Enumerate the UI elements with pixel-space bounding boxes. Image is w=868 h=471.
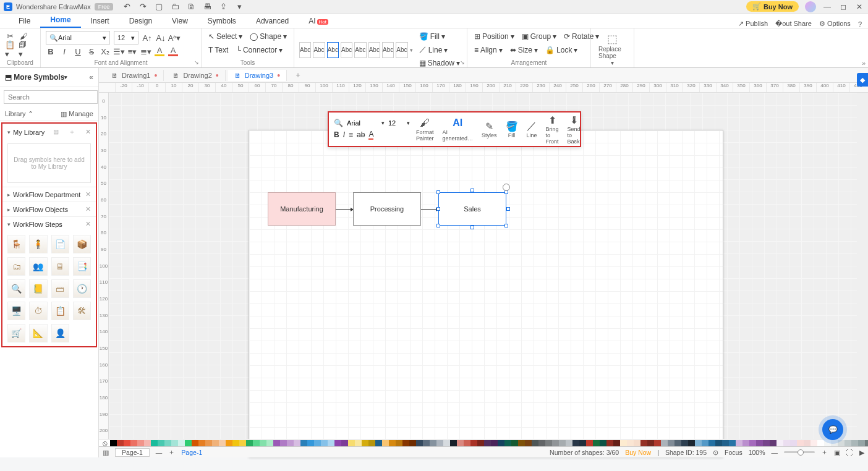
toolbar-more-icon[interactable]: ▸ (574, 138, 577, 144)
my-library-category[interactable]: ▾My Library ⊞ ＋ ✕ (2, 124, 96, 140)
color-swatch[interactable] (627, 440, 634, 446)
color-swatch[interactable] (246, 440, 253, 446)
menu-advanced[interactable]: Advanced (246, 14, 299, 28)
color-swatch[interactable] (484, 440, 491, 446)
symbol-item[interactable]: 🪑 (7, 235, 25, 253)
color-swatch[interactable] (579, 440, 586, 446)
color-swatch[interactable] (865, 440, 868, 446)
color-swatch[interactable] (858, 440, 865, 446)
color-swatch[interactable] (402, 440, 409, 446)
maximize-icon[interactable]: ◻ (838, 2, 848, 11)
symbol-item[interactable]: 🛠 (73, 302, 91, 320)
symbol-item[interactable]: 📐 (29, 324, 47, 342)
bold-icon[interactable]: B (46, 46, 56, 56)
symbol-item[interactable]: 🗂 (7, 257, 25, 276)
drag-drop-zone[interactable]: Drag symbols here to add to My Library (7, 143, 91, 183)
color-swatch[interactable] (532, 440, 538, 446)
fit-page-icon[interactable]: ▣ (834, 449, 840, 456)
share-button[interactable]: �out Share (775, 20, 812, 28)
font-dialog-launcher-icon[interactable]: ↘ (194, 59, 199, 66)
increase-font-icon[interactable]: A↑ (142, 33, 152, 43)
open-icon[interactable]: 🗀 (170, 2, 180, 12)
group-button[interactable]: ▣ Group▾ (520, 31, 558, 42)
menu-insert[interactable]: Insert (81, 14, 119, 28)
color-swatch[interactable] (504, 440, 511, 446)
italic-icon[interactable]: I (59, 46, 69, 56)
menu-file[interactable]: File (9, 14, 40, 28)
format-painter-button[interactable]: 🖌Format Painter (414, 117, 436, 142)
buy-now-button[interactable]: 🛒Buy Now (746, 1, 799, 12)
color-swatch[interactable] (464, 440, 470, 446)
copy-icon[interactable]: 🗐▾ (19, 45, 28, 54)
color-swatch[interactable] (647, 440, 654, 446)
color-swatch[interactable] (729, 440, 736, 446)
fill-button[interactable]: 🪣 Fill▾ (417, 31, 462, 42)
symbol-item[interactable]: 📑 (73, 257, 91, 276)
symbol-item[interactable]: 📄 (51, 235, 69, 253)
color-swatch[interactable] (314, 440, 321, 446)
print-icon[interactable]: 🖶 (202, 2, 212, 12)
color-swatch[interactable] (552, 440, 559, 446)
symbol-item[interactable]: 🖥 (51, 257, 69, 276)
color-swatch[interactable] (239, 440, 246, 446)
color-swatch[interactable] (654, 440, 661, 446)
color-swatch[interactable] (811, 440, 817, 446)
color-swatch[interactable] (518, 440, 525, 446)
symbol-item[interactable]: 🖥️ (7, 302, 25, 320)
color-swatch[interactable] (817, 440, 824, 446)
style-preset-2[interactable]: Abc (313, 42, 325, 58)
no-fill-icon[interactable]: ⦸ (103, 439, 108, 446)
symbol-item[interactable]: 👥 (29, 257, 47, 276)
color-swatch[interactable] (430, 440, 436, 446)
mylib-expand-icon[interactable]: ⊞ (53, 128, 59, 136)
page-layout-icon[interactable]: ▥ (103, 449, 109, 456)
color-swatch[interactable] (185, 440, 192, 446)
undo-icon[interactable]: ↶ (122, 2, 132, 12)
color-swatch[interactable] (708, 440, 715, 446)
focus-label[interactable]: Focus (725, 449, 742, 456)
strike-icon[interactable]: ab (357, 130, 365, 139)
connector-1[interactable] (336, 209, 353, 210)
color-swatch[interactable] (348, 440, 355, 446)
selection-handle[interactable] (504, 224, 508, 227)
color-swatch[interactable] (491, 440, 498, 446)
align-icon[interactable]: ≡ (349, 130, 353, 139)
add-page-icon[interactable]: ＋ (168, 448, 175, 457)
position-button[interactable]: ⊞ Position▾ (472, 31, 516, 42)
symbol-item[interactable]: 🕐 (73, 279, 91, 298)
color-swatch[interactable] (600, 440, 606, 446)
color-swatch[interactable] (538, 440, 545, 446)
shape-tool[interactable]: ◯ Shape▾ (248, 31, 289, 42)
fill-button[interactable]: 🪣Fill (503, 120, 521, 138)
category-workflow-objects[interactable]: ▸WorkFlow Objects✕ (2, 202, 96, 216)
zoom-slider[interactable] (784, 451, 815, 453)
qat-more-icon[interactable]: ▾ (234, 2, 244, 12)
color-swatch[interactable] (144, 440, 151, 446)
strike-icon[interactable]: S̶ (87, 46, 96, 56)
replace-shape-button[interactable]: ⬚Replace Shape▾ (596, 31, 629, 67)
color-swatch[interactable] (375, 440, 382, 446)
symbol-item[interactable]: 📋 (51, 302, 69, 320)
tab-drawing2[interactable]: 🗎 Drawing2• (166, 70, 225, 81)
shape-processing[interactable]: Processing (353, 192, 421, 226)
color-swatch[interactable] (396, 440, 402, 446)
selection-handle[interactable] (436, 224, 440, 227)
color-swatch[interactable] (151, 440, 158, 446)
bullets-icon[interactable]: ☰▾ (114, 46, 124, 56)
symbol-item[interactable]: 📦 (73, 235, 91, 253)
color-swatch[interactable] (280, 440, 287, 446)
status-buy-now[interactable]: Buy Now (625, 449, 651, 456)
line-button[interactable]: ／Line (524, 120, 540, 138)
style-preset-5[interactable]: Abc (354, 42, 366, 58)
symbol-item[interactable]: 📒 (29, 279, 47, 298)
color-swatch[interactable] (702, 440, 708, 446)
color-swatch[interactable] (164, 440, 171, 446)
color-swatch[interactable] (838, 440, 845, 446)
color-swatch[interactable] (443, 440, 450, 446)
color-swatch[interactable] (756, 440, 763, 446)
color-swatch[interactable] (382, 440, 389, 446)
tab-drawing3[interactable]: 🗎 Drawing3• (228, 70, 287, 81)
menu-home[interactable]: Home (40, 13, 80, 28)
color-swatch[interactable] (457, 440, 464, 446)
highlight-icon[interactable]: A (155, 46, 164, 56)
